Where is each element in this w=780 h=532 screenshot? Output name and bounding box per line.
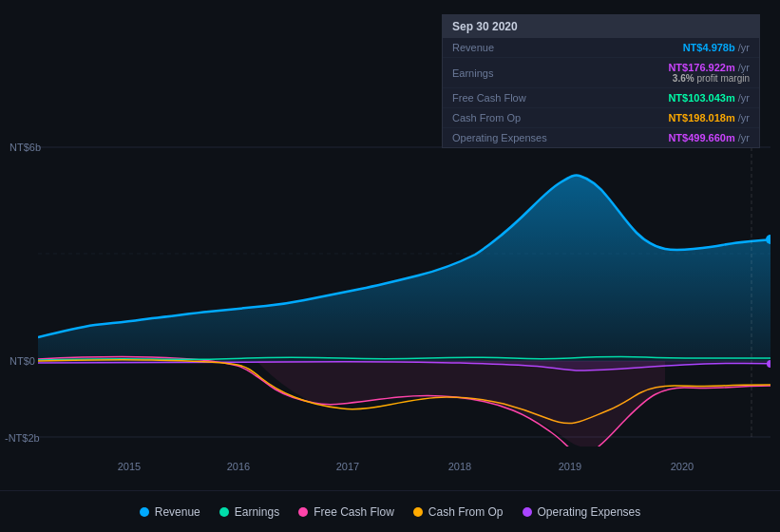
- legend-dot-opex: [523, 507, 532, 517]
- svg-text:-NT$2b: -NT$2b: [5, 432, 40, 444]
- legend-dot-revenue: [140, 507, 149, 517]
- tooltip-label-fcf: Free Cash Flow: [452, 92, 526, 104]
- tooltip-row-fcf: Free Cash Flow NT$103.043m /yr: [443, 88, 759, 108]
- legend-label-fcf: Free Cash Flow: [314, 505, 394, 519]
- legend-item-opex[interactable]: Operating Expenses: [523, 505, 641, 519]
- svg-text:2019: 2019: [559, 461, 581, 472]
- legend-label-earnings: Earnings: [235, 505, 279, 519]
- tooltip-value-opex: NT$499.660m /yr: [668, 132, 750, 143]
- tooltip-label-earnings: Earnings: [452, 67, 493, 79]
- tooltip-value-earnings: NT$176.922m /yr: [668, 62, 750, 73]
- tooltip-earnings-margin: 3.6% profit margin: [673, 73, 750, 84]
- legend-dot-fcf: [298, 507, 308, 517]
- legend-label-revenue: Revenue: [155, 505, 200, 519]
- legend-label-cashfromop: Cash From Op: [428, 505, 504, 519]
- tooltip-value-revenue: NT$4.978b /yr: [683, 42, 750, 53]
- legend-item-fcf[interactable]: Free Cash Flow: [298, 505, 394, 519]
- tooltip-label-opex: Operating Expenses: [452, 132, 547, 143]
- svg-text:2018: 2018: [448, 461, 471, 472]
- svg-text:2016: 2016: [227, 461, 250, 472]
- tooltip-row-earnings: Earnings NT$176.922m /yr 3.6% profit mar…: [443, 58, 759, 88]
- svg-text:NT$0: NT$0: [10, 355, 35, 367]
- tooltip-value-fcf: NT$103.043m /yr: [668, 92, 750, 104]
- tooltip-value-earnings-block: NT$176.922m /yr 3.6% profit margin: [668, 62, 750, 84]
- svg-text:2017: 2017: [336, 461, 359, 472]
- legend-dot-earnings: [219, 507, 229, 517]
- legend-item-revenue[interactable]: Revenue: [140, 505, 200, 519]
- tooltip-row-revenue: Revenue NT$4.978b /yr: [443, 38, 759, 58]
- tooltip-label-cashfromop: Cash From Op: [452, 112, 521, 124]
- tooltip-label-revenue: Revenue: [452, 42, 494, 53]
- legend-dot-cashfromop: [413, 507, 423, 517]
- svg-text:NT$6b: NT$6b: [10, 142, 41, 153]
- tooltip-row-opex: Operating Expenses NT$499.660m /yr: [443, 128, 759, 147]
- tooltip-row-cashfromop: Cash From Op NT$198.018m /yr: [443, 108, 759, 128]
- legend-label-opex: Operating Expenses: [538, 505, 641, 519]
- tooltip-title: Sep 30 2020: [443, 15, 759, 38]
- tooltip-box: Sep 30 2020 Revenue NT$4.978b /yr Earnin…: [442, 14, 760, 148]
- tooltip-value-cashfromop: NT$198.018m /yr: [668, 112, 750, 124]
- svg-text:2020: 2020: [671, 461, 694, 472]
- legend-item-cashfromop[interactable]: Cash From Op: [413, 505, 504, 519]
- chart-legend: Revenue Earnings Free Cash Flow Cash Fro…: [0, 490, 780, 532]
- legend-item-earnings[interactable]: Earnings: [219, 505, 279, 519]
- svg-text:2015: 2015: [118, 461, 141, 472]
